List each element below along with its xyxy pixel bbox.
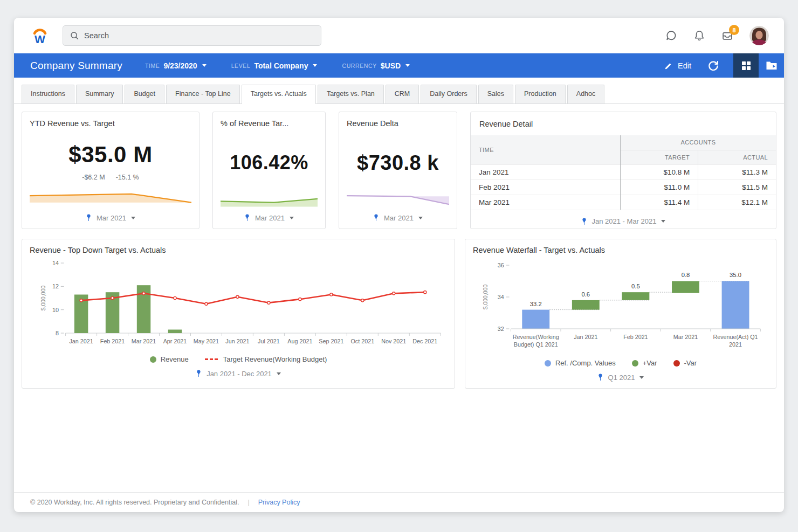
time-filter-value: 9/23/2020 <box>163 61 197 70</box>
legend-label: +Var <box>643 359 657 367</box>
tab-adhoc[interactable]: Adhoc <box>567 85 604 103</box>
time-pin-selector[interactable]: Mar 2021 <box>30 209 191 223</box>
svg-text:May 2021: May 2021 <box>194 338 219 344</box>
kpi-card-ytd-revenue: YTD Revenue vs. Target $35.0 M -$6.2 M -… <box>22 112 200 229</box>
column-header-time: TIME <box>471 135 620 164</box>
search-input[interactable] <box>84 31 314 40</box>
time-pin-selector[interactable]: Mar 2021 <box>347 209 449 223</box>
sparkline-chart <box>30 190 191 209</box>
legend-label: Revenue <box>161 355 189 363</box>
level-filter-label: LEVEL <box>231 63 251 69</box>
folder-view-button[interactable] <box>759 53 784 78</box>
svg-text:Jun 2021: Jun 2021 <box>225 338 249 344</box>
cell-target: $11.4 M <box>620 195 698 210</box>
cell-time: Mar 2021 <box>471 195 620 210</box>
svg-text:W: W <box>35 33 45 45</box>
kpi-value: 106.42% <box>221 151 318 174</box>
svg-text:10: 10 <box>52 307 59 313</box>
kpi-value: $35.0 M <box>30 142 191 168</box>
tab-daily-orders[interactable]: Daily Orders <box>421 85 476 103</box>
profile-avatar[interactable] <box>749 26 769 45</box>
dashboard-content: YTD Revenue vs. Target $35.0 M -$6.2 M -… <box>14 104 784 492</box>
level-filter-value: Total Company <box>254 61 308 70</box>
time-pin-selector[interactable]: Jan 2021 - Dec 2021 <box>30 364 447 379</box>
charts-row: Revenue - Top Down Target vs. Actuals 81… <box>22 239 776 389</box>
pin-label: Jan 2021 - Dec 2021 <box>207 370 272 378</box>
svg-text:Mar 2021: Mar 2021 <box>673 334 698 340</box>
waterfall-chart-card: Revenue Waterfall - Target vs. Actuals 3… <box>465 239 776 389</box>
top-bar: W 8 <box>14 18 784 53</box>
tab-production[interactable]: Production <box>515 85 566 103</box>
refresh-icon[interactable] <box>707 60 719 72</box>
tab-instructions[interactable]: Instructions <box>22 85 74 103</box>
pin-label: Mar 2021 <box>97 214 126 222</box>
pin-icon <box>373 213 379 222</box>
posvar-legend-dot <box>632 360 638 367</box>
legend-label: Target Revenue(Working Budget) <box>223 355 327 363</box>
svg-text:0.8: 0.8 <box>682 272 690 278</box>
cell-time: Feb 2021 <box>471 179 620 195</box>
chart-legend: Revenue Target Revenue(Working Budget) <box>30 355 447 363</box>
kpi-card-pct-of-target: % of Revenue Tar... 106.42% Mar 2021 <box>212 112 326 229</box>
pin-label: Mar 2021 <box>255 214 285 222</box>
pin-icon <box>196 369 202 378</box>
chevron-down-icon <box>313 64 317 67</box>
edit-button[interactable]: Edit <box>664 61 691 70</box>
chat-icon[interactable] <box>665 30 677 42</box>
pin-icon <box>86 213 92 222</box>
grid-view-button[interactable] <box>733 53 759 78</box>
chevron-down-icon <box>639 376 644 379</box>
svg-text:0.6: 0.6 <box>582 291 590 298</box>
kpi-card-revenue-delta: Revenue Delta $730.8 k Mar 2021 <box>339 112 457 229</box>
svg-text:Revenue(Act) Q12021: Revenue(Act) Q12021 <box>713 334 758 348</box>
cell-actual: $12.1 M <box>698 195 776 210</box>
svg-text:32: 32 <box>498 326 504 332</box>
footer-divider: | <box>247 499 249 506</box>
chevron-down-icon <box>418 217 423 219</box>
kpi-value: $730.8 k <box>347 151 449 175</box>
chevron-down-icon <box>202 64 207 67</box>
tab-targets-vs-actuals[interactable]: Targets vs. Actuals <box>242 85 316 104</box>
cell-time: Jan 2021 <box>471 164 620 179</box>
level-filter[interactable]: LEVEL Total Company <box>231 61 318 70</box>
table-row: Mar 2021 $11.4 M $12.1 M <box>471 195 776 210</box>
workday-logo-icon[interactable]: W <box>30 26 50 45</box>
tab-crm[interactable]: CRM <box>386 85 419 103</box>
time-filter[interactable]: TIME 9/23/2020 <box>145 61 207 70</box>
privacy-policy-link[interactable]: Privacy Policy <box>258 499 300 506</box>
column-header-target: TARGET <box>620 150 698 164</box>
topbar-actions: 8 <box>665 26 769 45</box>
pin-icon <box>581 217 587 226</box>
revenue-combo-chart: 8101214$,000,000Jan 2021Feb 2021Mar 2021… <box>30 258 447 354</box>
pin-label: Jan 2021 - Mar 2021 <box>592 217 657 225</box>
legend-label: -Var <box>684 359 697 367</box>
svg-text:Jan 2021: Jan 2021 <box>69 338 93 344</box>
legend-item-target: Target Revenue(Working Budget) <box>205 355 327 363</box>
svg-text:Dec 2021: Dec 2021 <box>412 338 437 344</box>
tab-targets-vs-plan[interactable]: Targets vs. Plan <box>318 85 384 103</box>
footer: © 2020 Workday, Inc. All rights reserved… <box>14 492 784 512</box>
tab-finance-top-line[interactable]: Finance - Top Line <box>166 85 240 103</box>
chevron-down-icon <box>405 64 410 67</box>
kpi-delta-value: -$6.2 M <box>82 174 105 181</box>
inbox-icon[interactable]: 8 <box>721 30 733 42</box>
tab-sales[interactable]: Sales <box>478 85 513 103</box>
notifications-bell-icon[interactable] <box>693 30 705 42</box>
svg-text:Jul 2021: Jul 2021 <box>258 338 280 344</box>
tab-budget[interactable]: Budget <box>125 85 164 103</box>
table-title: Revenue Detail <box>471 112 776 135</box>
svg-text:Nov 2021: Nov 2021 <box>381 338 406 344</box>
time-pin-selector[interactable]: Q1 2021 <box>473 368 768 383</box>
pin-label: Q1 2021 <box>608 374 635 382</box>
time-pin-selector[interactable]: Mar 2021 <box>221 209 318 223</box>
currency-filter[interactable]: CURRENCY $USD <box>342 61 410 70</box>
pin-icon <box>244 213 250 222</box>
svg-text:Oct 2021: Oct 2021 <box>350 338 374 344</box>
tab-summary[interactable]: Summary <box>76 85 123 103</box>
time-pin-selector[interactable]: Jan 2021 - Mar 2021 <box>471 210 776 229</box>
cell-target: $11.0 M <box>620 179 698 195</box>
kpi-row: YTD Revenue vs. Target $35.0 M -$6.2 M -… <box>22 112 776 229</box>
revenue-waterfall-chart: 323436$,000,00033.20.60.50.835.0Revenue(… <box>473 258 768 357</box>
chart-title: Revenue - Top Down Target vs. Actuals <box>30 246 447 254</box>
kpi-delta-percent: -15.1 % <box>116 174 139 181</box>
